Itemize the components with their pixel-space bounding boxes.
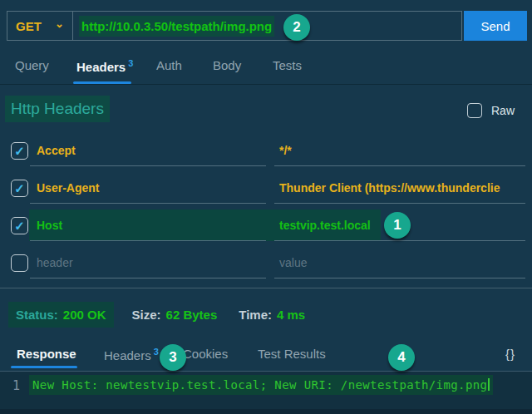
header-row-accept: ✓ Accept */* <box>0 133 532 170</box>
time-info: Time:4 ms <box>239 308 305 322</box>
row-checkbox[interactable]: ✓ <box>11 217 28 234</box>
response-body-text: New Host: newtestvip.test.local; New URI… <box>29 375 493 395</box>
row-checkbox[interactable]: ✓ <box>11 180 28 197</box>
method-dropdown[interactable]: GET ⌄ <box>7 11 73 41</box>
header-value-field[interactable]: */* <box>274 135 525 166</box>
tab-response-headers[interactable]: Headers3 <box>104 347 159 362</box>
row-checkbox[interactable]: ✓ <box>11 142 28 160</box>
send-button[interactable]: Send <box>464 11 527 41</box>
section-divider <box>0 288 532 288</box>
tab-query[interactable]: Query <box>15 58 49 72</box>
line-number: 1 <box>12 378 20 393</box>
response-status-bar: Status:200 OK Size:62 Bytes Time:4 ms <box>8 302 305 328</box>
method-label: GET <box>16 19 42 33</box>
url-input[interactable]: http://10.0.3.50/testpath/img.png <box>73 11 462 41</box>
response-body-editor[interactable]: 1 New Host: newtestvip.test.local; New U… <box>0 372 532 414</box>
active-response-tab-underline <box>11 366 77 368</box>
header-value-field[interactable]: value <box>274 247 525 278</box>
response-tabs: Response Headers3 Cookies Test Results {… <box>0 334 532 372</box>
raw-checkbox[interactable] <box>467 103 482 118</box>
checkmark-icon: ✓ <box>14 219 25 232</box>
text-cursor <box>488 378 490 391</box>
status-badge: Status:200 OK <box>8 302 114 328</box>
header-value-field[interactable]: Thunder Client (https://www.thunderclie <box>274 172 525 204</box>
header-name-field[interactable]: header <box>30 247 266 278</box>
window-bottom-edge <box>0 409 532 414</box>
time-value: 4 ms <box>277 308 305 322</box>
tab-headers[interactable]: Headers3 <box>76 58 133 74</box>
raw-label: Raw <box>491 104 515 117</box>
annotation-circle-1: 1 <box>384 212 411 239</box>
tab-test-results[interactable]: Test Results <box>258 347 326 361</box>
header-row-user-agent: ✓ User-Agent Thunder Client (https://www… <box>0 170 532 208</box>
header-name-field[interactable]: User-Agent <box>30 172 266 204</box>
header-name-field[interactable]: Accept <box>30 135 266 166</box>
request-tabs: Query Headers3 Auth Body Tests <box>0 47 532 85</box>
active-tab-underline <box>73 81 131 84</box>
annotation-circle-4: 4 <box>388 344 415 371</box>
tab-body[interactable]: Body <box>213 58 241 72</box>
thunder-client-window: GET ⌄ http://10.0.3.50/testpath/img.png … <box>0 0 532 414</box>
checkmark-icon: ✓ <box>14 145 25 157</box>
url-text: http://10.0.3.50/testpath/img.png <box>79 16 274 37</box>
format-code-icon[interactable]: {} <box>505 347 515 361</box>
tab-tests[interactable]: Tests <box>273 58 302 72</box>
tab-cookies[interactable]: Cookies <box>183 347 228 361</box>
checkmark-icon: ✓ <box>14 182 25 195</box>
size-value: 62 Bytes <box>166 308 218 322</box>
tab-response[interactable]: Response <box>17 347 76 361</box>
row-checkbox[interactable] <box>11 254 28 272</box>
header-name-field[interactable]: Host <box>30 209 266 241</box>
header-row-empty: header value <box>0 245 532 283</box>
chevron-down-icon: ⌄ <box>55 17 64 30</box>
tab-auth[interactable]: Auth <box>156 58 182 72</box>
raw-toggle: Raw <box>467 103 515 118</box>
status-value: 200 OK <box>63 308 106 322</box>
annotation-circle-3: 3 <box>160 344 186 371</box>
http-headers-title: Http Headers <box>5 96 110 122</box>
response-headers-count-badge: 3 <box>154 347 159 357</box>
headers-count-badge: 3 <box>128 58 133 68</box>
header-row-host: ✓ Host testvip.test.local <box>0 208 532 245</box>
annotation-circle-2: 2 <box>283 14 310 41</box>
size-info: Size:62 Bytes <box>132 308 218 322</box>
